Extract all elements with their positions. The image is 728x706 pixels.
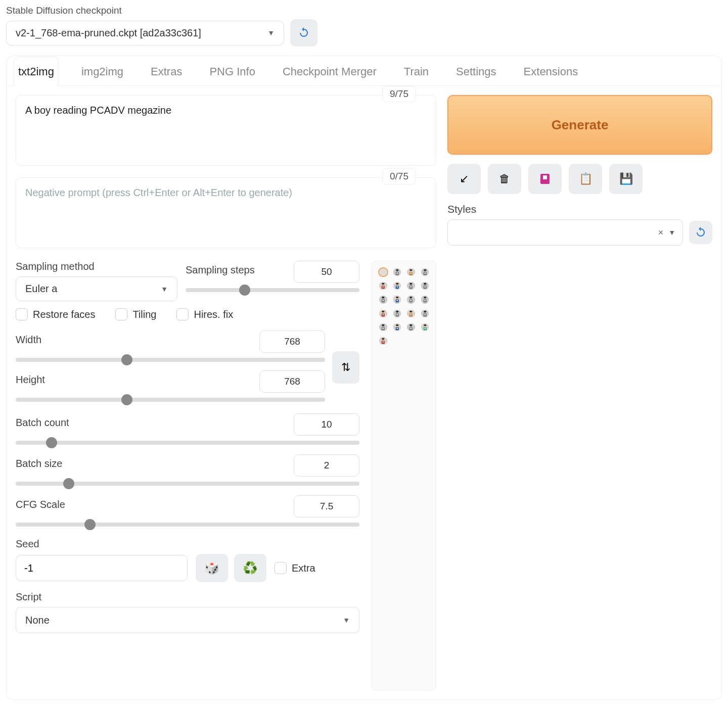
gallery-thumb[interactable] (421, 323, 429, 331)
arrow-icon: ↙ (460, 172, 469, 185)
refresh-checkpoint-button[interactable] (290, 19, 317, 46)
seed-random-button[interactable]: 🎲 (196, 554, 228, 582)
gallery-thumb[interactable] (393, 296, 401, 303)
gallery-thumb[interactable] (379, 310, 387, 317)
svg-point-47 (382, 314, 384, 315)
svg-point-27 (424, 287, 426, 288)
tab-checkpoint-merger[interactable]: Checkpoint Merger (278, 57, 381, 86)
tab-txt2img[interactable]: txt2img (14, 57, 59, 86)
script-dropdown[interactable]: None ▼ (16, 607, 359, 633)
gallery-thumb[interactable] (421, 268, 429, 276)
gallery-thumb[interactable] (393, 268, 401, 276)
svg-point-35 (396, 300, 398, 302)
height-input[interactable] (259, 370, 325, 393)
generate-button[interactable]: Generate (447, 95, 712, 155)
thumb-image (407, 282, 415, 290)
cfg-scale-input[interactable] (294, 495, 359, 517)
tab-extensions[interactable]: Extensions (519, 57, 583, 86)
save-button[interactable]: 💾 (609, 164, 643, 194)
svg-point-7 (410, 272, 412, 274)
thumb-image (393, 296, 401, 303)
thumb-image (407, 296, 415, 303)
styles-apply-button[interactable] (528, 164, 562, 194)
cfg-scale-label: CFG Scale (16, 499, 65, 510)
tab-pnginfo[interactable]: PNG Info (205, 57, 259, 86)
swap-dimensions-button[interactable]: ⇅ (332, 351, 359, 384)
batch-size-input[interactable] (294, 454, 359, 477)
clipboard-icon: 📋 (579, 172, 593, 185)
sampling-steps-slider[interactable] (186, 288, 359, 292)
batch-count-input[interactable] (294, 413, 359, 436)
gallery-thumb[interactable] (421, 296, 429, 303)
sampling-method-dropdown[interactable]: Euler a ▼ (16, 276, 177, 301)
script-value: None (25, 615, 50, 626)
seed-extra-checkbox[interactable]: Extra (275, 562, 315, 574)
cfg-scale-slider[interactable] (16, 523, 359, 527)
tab-extras[interactable]: Extras (146, 57, 187, 86)
gallery-thumb[interactable] (379, 337, 387, 345)
trash-icon: 🗑 (499, 172, 510, 185)
checkpoint-dropdown[interactable]: v2-1_768-ema-pruned.ckpt [ad2a33c361] ▼ (6, 21, 284, 45)
seed-reuse-button[interactable]: ♻️ (234, 554, 266, 582)
sampling-steps-label: Sampling steps (186, 264, 255, 276)
script-label: Script (16, 591, 359, 603)
gallery-thumb[interactable] (379, 296, 387, 303)
batch-count-label: Batch count (16, 417, 69, 429)
gallery-thumb[interactable] (379, 323, 387, 331)
sampling-steps-input[interactable] (294, 261, 359, 283)
height-label: Height (16, 374, 45, 386)
tab-train[interactable]: Train (399, 57, 433, 86)
seed-input[interactable] (16, 555, 188, 581)
batch-size-slider[interactable] (16, 482, 359, 486)
gallery-thumb[interactable] (407, 282, 415, 290)
tab-settings[interactable]: Settings (451, 57, 501, 86)
checkpoint-value: v2-1_768-ema-pruned.ckpt [ad2a33c361] (16, 27, 201, 39)
dice-icon: 🎲 (204, 561, 219, 575)
styles-clear-icon[interactable]: × (658, 227, 664, 238)
refresh-icon (298, 27, 310, 39)
thumb-image (379, 337, 387, 345)
thumb-image (379, 282, 387, 290)
gallery-thumb[interactable] (407, 268, 415, 276)
svg-point-23 (410, 287, 412, 288)
interrogate-button[interactable]: ↙ (447, 164, 481, 194)
thumb-image (421, 323, 429, 331)
results-gallery[interactable] (372, 261, 436, 690)
gallery-thumb[interactable] (407, 310, 415, 317)
gallery-thumb[interactable] (393, 310, 401, 317)
gallery-thumb[interactable] (379, 268, 387, 276)
gallery-thumb[interactable] (421, 310, 429, 317)
clear-button[interactable]: 🗑 (488, 164, 521, 194)
paste-button[interactable]: 📋 (569, 164, 602, 194)
height-slider[interactable] (16, 398, 325, 402)
tab-img2img[interactable]: img2img (77, 57, 128, 86)
thumb-image (393, 310, 401, 317)
svg-point-71 (410, 327, 412, 329)
prompt-input[interactable] (16, 95, 436, 166)
thumb-image (407, 323, 415, 331)
gallery-thumb[interactable] (393, 282, 401, 290)
thumb-image (393, 268, 401, 276)
styles-dropdown[interactable]: × ▼ (447, 219, 683, 246)
gallery-thumb[interactable] (421, 282, 429, 290)
gallery-thumb[interactable] (393, 323, 401, 331)
gallery-thumb[interactable] (407, 296, 415, 303)
sampling-method-value: Euler a (25, 283, 57, 295)
svg-point-39 (410, 300, 412, 302)
hires-fix-checkbox[interactable]: Hires. fix (176, 308, 233, 320)
gallery-thumb[interactable] (379, 282, 387, 290)
svg-rect-81 (543, 175, 547, 179)
batch-count-slider[interactable] (16, 441, 359, 445)
svg-point-15 (382, 287, 384, 288)
refresh-styles-button[interactable] (689, 221, 712, 244)
negative-prompt-input[interactable] (16, 177, 436, 248)
tiling-checkbox[interactable]: Tiling (115, 308, 156, 320)
checkpoint-label: Stable Diffusion checkpoint (6, 5, 722, 16)
restore-faces-checkbox[interactable]: Restore faces (16, 308, 95, 320)
svg-point-67 (396, 327, 398, 329)
width-slider[interactable] (16, 358, 325, 362)
gallery-thumb[interactable] (407, 323, 415, 331)
chevron-down-icon: ▼ (267, 29, 275, 37)
chevron-down-icon: ▼ (668, 228, 675, 237)
width-input[interactable] (259, 331, 325, 353)
